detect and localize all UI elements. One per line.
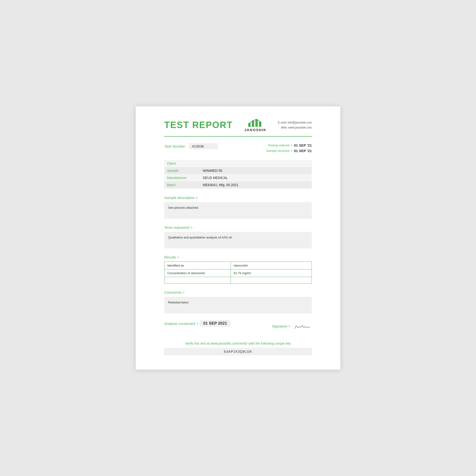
task-number-value: #13536 [189, 143, 218, 149]
sample-description-section: Sample description > See pictures attach… [164, 196, 312, 219]
result-row-1: Concentration of stanozolol 51.75 mg/ml [165, 270, 312, 277]
svg-rect-2 [255, 119, 258, 127]
task-number-label: Task Number [164, 144, 185, 148]
comments-section: Comments > Retested twice. [164, 290, 312, 313]
result-label-2 [165, 277, 231, 284]
logo-area: JANOSHIK [244, 118, 267, 132]
contact-info: E-mail: info@janoshik.com Web: www.janos… [278, 120, 312, 130]
info-table: Client Sample WINIMED 50 Manufacturer DE… [164, 160, 312, 188]
result-label-1: Concentration of stanozolol [165, 270, 231, 277]
client-value [200, 160, 312, 167]
testing-ordered-label: Testing ordered [268, 143, 289, 147]
result-row-2 [165, 277, 312, 284]
sample-value: WINIMED 50 [200, 167, 312, 174]
testing-ordered-arrow: > [290, 143, 292, 147]
tests-requested-section: Tests requested > Qualitative and quanti… [164, 225, 312, 249]
manufacturer-value: DEUS MEDICAL [200, 174, 312, 181]
tests-requested-text: Qualitative and quantitative analysis of… [164, 232, 312, 249]
sample-received-arrow: > [290, 149, 292, 153]
test-report-page: TEST REPORT JANOSHIK E-mail: info@janosh… [136, 106, 340, 370]
sample-label: Sample [164, 167, 200, 174]
signature-icon [293, 320, 312, 332]
info-row-sample: Sample WINIMED 50 [164, 167, 312, 174]
testing-ordered-date: 01 SEP '21 [294, 143, 312, 147]
task-row: Task Number #13536 Testing ordered > 01 … [164, 143, 312, 153]
batch-value: ME83641; Mfg. 05.2021 [200, 181, 312, 188]
logo-icon [246, 118, 265, 128]
info-row-batch: Batch ME83641; Mfg. 05.2021 [164, 181, 312, 188]
svg-rect-0 [248, 123, 251, 127]
analysis-date: 01 SEP 2021 [200, 320, 230, 327]
header-divider [164, 136, 312, 136]
verify-text: Verify this test at www.janoshik.com/ver… [164, 341, 312, 345]
svg-rect-3 [259, 122, 261, 127]
result-value-0: stanozolol [231, 262, 311, 270]
result-value-2 [231, 277, 311, 284]
results-table: Identified as stanozolol Concentration o… [164, 262, 312, 284]
signature-block: Signature > [272, 320, 312, 332]
batch-label: Batch [164, 181, 200, 188]
manufacturer-label: Manufacturer [164, 174, 200, 181]
info-row-client: Client [164, 160, 312, 167]
contact-email: E-mail: info@janoshik.com [278, 120, 312, 125]
report-title: TEST REPORT [164, 120, 233, 130]
result-label-0: Identified as [165, 262, 231, 270]
result-row-0: Identified as stanozolol [165, 262, 312, 270]
sample-received-line: Sample received > 01 SEP '21 [266, 149, 312, 153]
analysis-arrow: > [196, 322, 199, 325]
result-value-1: 51.75 mg/ml [231, 270, 311, 277]
client-label: Client [164, 160, 200, 167]
analysis-label: Analysis conducted [164, 322, 195, 325]
info-row-manufacturer: Manufacturer DEUS MEDICAL [164, 174, 312, 181]
header: TEST REPORT JANOSHIK E-mail: info@janosh… [164, 118, 312, 132]
testing-ordered-line: Testing ordered > 01 SEP '21 [266, 143, 312, 147]
sample-received-label: Sample received [266, 149, 289, 153]
unique-key: E4APJX3Q8LGK [164, 348, 312, 355]
tests-requested-title: Tests requested > [164, 225, 312, 229]
dates-block: Testing ordered > 01 SEP '21 Sample rece… [266, 143, 312, 153]
contact-web: Web: www.janoshik.com [278, 125, 312, 130]
comments-title: Comments > [164, 290, 312, 294]
signature-label: Signature > [272, 324, 290, 328]
sample-description-text: See pictures attached. [164, 202, 312, 219]
results-section: Results > Identified as stanozolol Conce… [164, 255, 312, 284]
analysis-row: Analysis conducted > 01 SEP 2021 Signatu… [164, 320, 312, 332]
comments-text: Retested twice. [164, 297, 312, 313]
analysis-left: Analysis conducted > 01 SEP 2021 [164, 320, 230, 327]
task-number-block: Task Number #13536 [164, 143, 218, 149]
logo-name: JANOSHIK [244, 128, 267, 132]
results-title: Results > [164, 255, 312, 259]
sample-received-date: 01 SEP '21 [294, 149, 312, 153]
sample-description-title: Sample description > [164, 196, 312, 200]
svg-rect-1 [252, 121, 254, 127]
